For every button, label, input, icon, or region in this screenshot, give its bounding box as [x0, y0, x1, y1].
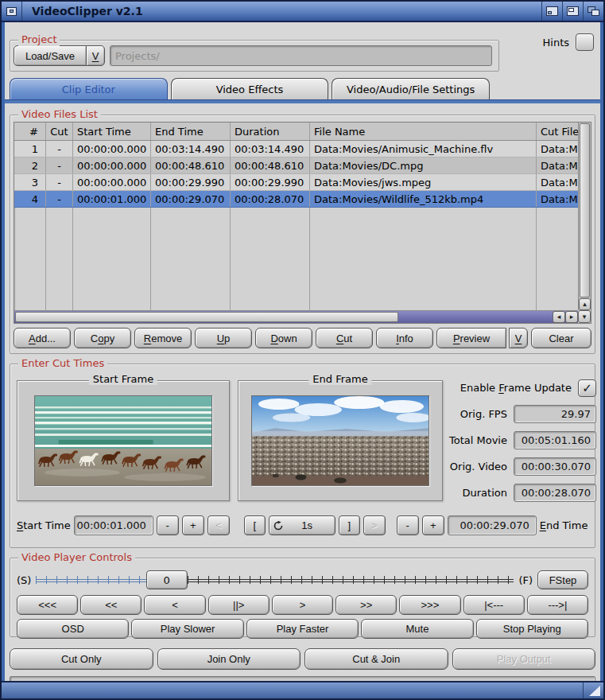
- transport-button[interactable]: |<---: [463, 595, 525, 615]
- play-from-start-button: <: [207, 515, 230, 535]
- list-action-button[interactable]: Remove: [134, 328, 192, 348]
- list-action-button[interactable]: Down: [255, 328, 312, 348]
- hints-checkbox[interactable]: [576, 33, 594, 51]
- cycle-icon: [273, 521, 283, 531]
- vertical-scrollbar[interactable]: ▴: [578, 122, 591, 310]
- player-control-button[interactable]: Play Slower: [131, 619, 243, 639]
- mark-end-button[interactable]: ]: [339, 515, 360, 535]
- fstep-button[interactable]: FStep: [537, 570, 588, 589]
- list-action-button[interactable]: Add...: [14, 328, 71, 348]
- enter-cut-times-label: Enter Cut Times: [18, 357, 107, 370]
- table-row[interactable]: 4 - 00:00:01.000 00:00:29.070 00:00:28.0…: [14, 191, 578, 208]
- vertical-scrollbar-thumb[interactable]: [580, 123, 590, 298]
- enable-frame-update-checkbox[interactable]: ✓: [578, 379, 596, 397]
- column-header[interactable]: End Time: [151, 122, 231, 140]
- mark-start-button[interactable]: [: [244, 515, 266, 535]
- start-plus-button[interactable]: +: [182, 515, 204, 535]
- resize-handle[interactable]: [583, 682, 603, 698]
- list-action-button[interactable]: Up: [195, 328, 252, 348]
- video-player-controls-group: Video Player Controls (S) 0 (F) FStep <<…: [10, 558, 595, 637]
- transport-button[interactable]: <: [144, 595, 205, 615]
- cell-cut: -: [46, 158, 73, 173]
- transport-button[interactable]: <<<: [17, 595, 78, 615]
- window-body: Hints Project Load/Save V Clip EditorVid…: [2, 22, 603, 681]
- table-row[interactable]: 1 - 00:00:00.000 00:03:14.490 00:03:14.4…: [14, 141, 578, 158]
- scroll-right-button[interactable]: ▸: [565, 311, 578, 323]
- list-action-button[interactable]: Cut: [316, 328, 373, 348]
- info-field-label: Orig. FPS: [460, 408, 507, 420]
- horizontal-scrollbar-thumb[interactable]: [15, 312, 398, 322]
- list-action-button[interactable]: Info: [376, 328, 433, 348]
- slider-knob[interactable]: 0: [146, 570, 188, 589]
- end-plus-button[interactable]: +: [422, 515, 444, 535]
- load-save-button[interactable]: Load/Save: [14, 45, 87, 66]
- end-time-label: End Time: [540, 519, 588, 531]
- iconify-icon: [546, 6, 558, 16]
- table-row[interactable]: 3 - 00:00:00.000 00:00:29.990 00:00:29.9…: [14, 174, 578, 191]
- load-save-popup-button[interactable]: V: [86, 45, 105, 66]
- output-button[interactable]: Cut & Join: [304, 648, 448, 670]
- column-header[interactable]: File Name: [310, 122, 537, 140]
- transport-button[interactable]: >>>: [399, 595, 460, 615]
- depth-button[interactable]: [583, 2, 603, 21]
- end-time-field[interactable]: 00:00:29.070: [448, 515, 537, 535]
- close-button[interactable]: [2, 2, 22, 21]
- cell-end-time: 00:00:29.990: [151, 174, 231, 190]
- video-files-table: #CutStart TimeEnd TimeDurationFile NameC…: [14, 122, 591, 324]
- step-interval-cycle[interactable]: 1s: [269, 515, 335, 535]
- player-control-button[interactable]: Mute: [361, 619, 473, 639]
- scroll-down-button[interactable]: ▾: [578, 310, 591, 323]
- info-row: Orig. Video 00:00:30.070: [450, 457, 596, 476]
- player-control-button[interactable]: OSD: [17, 619, 129, 639]
- column-header[interactable]: Start Time: [73, 122, 151, 140]
- scroll-up-button[interactable]: ▴: [579, 298, 591, 310]
- cell-number: 4: [14, 191, 46, 207]
- column-header[interactable]: #: [14, 122, 46, 140]
- player-controls-bar: OSDPlay SlowerPlay FasterMuteStop Playin…: [17, 619, 588, 639]
- table-row[interactable]: 2 - 00:00:00.000 00:00:48.610 00:00:48.6…: [14, 158, 578, 174]
- cell-start-time: 00:00:00.000: [73, 174, 151, 190]
- preview-button[interactable]: Preview: [436, 328, 506, 348]
- player-control-button[interactable]: Stop Playing: [476, 619, 588, 639]
- tab[interactable]: Video Effects: [171, 78, 329, 99]
- slider-track-filled: [36, 574, 145, 585]
- tab-bar: Clip EditorVideo EffectsVideo/Audio/File…: [10, 78, 490, 99]
- project-group-label: Project: [18, 33, 60, 46]
- end-minus-button[interactable]: -: [397, 515, 419, 535]
- output-button[interactable]: Join Only: [157, 648, 301, 670]
- table-header: #CutStart TimeEnd TimeDurationFile NameC…: [14, 122, 578, 141]
- clear-button[interactable]: Clear: [531, 328, 591, 348]
- output-button[interactable]: Play Output: [452, 648, 596, 670]
- start-time-field[interactable]: 00:00:01.000: [74, 515, 153, 535]
- cell-duration: 00:00:28.070: [231, 191, 310, 207]
- start-frame-box: Start Frame: [17, 380, 230, 501]
- transport-button[interactable]: ||>: [208, 595, 270, 615]
- transport-button[interactable]: >>: [335, 595, 397, 615]
- horizontal-scrollbar[interactable]: ◂ ▸: [14, 310, 578, 323]
- tab[interactable]: Clip Editor: [10, 78, 168, 99]
- info-field-value: 00:05:01.160: [514, 431, 596, 449]
- preview-popup-button[interactable]: V: [509, 328, 528, 348]
- tab[interactable]: Video/Audio/File Settings: [332, 78, 490, 99]
- titlebar: VideoClipper v2.1: [2, 2, 603, 22]
- scrollbar-corner: ▾: [578, 310, 591, 323]
- start-minus-button[interactable]: -: [157, 515, 179, 535]
- iconify-button[interactable]: [541, 2, 562, 21]
- transport-button[interactable]: --->|: [527, 595, 588, 615]
- list-action-button[interactable]: Copy: [74, 328, 131, 348]
- transport-button[interactable]: >: [272, 595, 333, 615]
- cell-end-time: 00:03:14.490: [151, 141, 231, 157]
- cell-end-time: 00:00:48.610: [151, 158, 231, 173]
- player-control-button[interactable]: Play Faster: [246, 619, 359, 639]
- cell-duration: 00:03:14.490: [231, 141, 310, 157]
- column-header[interactable]: Cut File Na: [537, 122, 578, 140]
- output-button[interactable]: Cut Only: [10, 648, 153, 670]
- project-path-input[interactable]: [110, 45, 492, 66]
- column-header[interactable]: Duration: [231, 122, 310, 140]
- position-slider[interactable]: 0: [36, 573, 514, 587]
- column-header[interactable]: Cut: [46, 122, 73, 140]
- info-row: Duration 00:00:28.070: [463, 484, 596, 502]
- transport-button[interactable]: <<: [80, 595, 142, 615]
- zoom-window-button[interactable]: [562, 2, 583, 21]
- scroll-left-button[interactable]: ◂: [553, 311, 565, 323]
